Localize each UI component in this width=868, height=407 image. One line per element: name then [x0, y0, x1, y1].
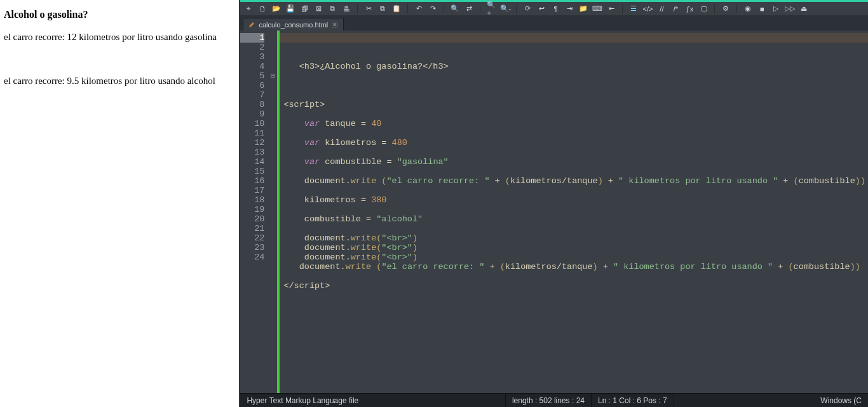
code-icon[interactable]: </> — [643, 4, 652, 13]
code-line[interactable] — [283, 81, 865, 90]
func-icon[interactable]: ƒx — [685, 4, 694, 13]
copy-icon[interactable]: ⧉ — [378, 4, 387, 13]
code-text[interactable]: <h3>¿Alcohol o gasolina?</h3><script> va… — [280, 31, 868, 393]
code-line[interactable]: </script> — [283, 281, 865, 291]
showall-icon[interactable]: ☰ — [629, 4, 638, 13]
replace-icon[interactable]: ⇄ — [465, 4, 473, 13]
new-icon[interactable]: 🗋 — [258, 4, 267, 13]
zoomin-icon[interactable]: 🔍+ — [487, 4, 496, 13]
code-line[interactable] — [283, 128, 865, 138]
code-line[interactable]: kilometros = 380 — [283, 195, 865, 205]
code-line[interactable]: document.write("<br>") — [283, 233, 865, 243]
code-line[interactable]: var combustible = "gasolina" — [283, 157, 865, 167]
code-line[interactable]: var tanque = 40 — [283, 119, 865, 128]
code-line[interactable] — [283, 205, 865, 214]
saveall-icon[interactable]: 🗐 — [300, 4, 309, 13]
code-line[interactable]: document.write ("el carro recorre: " + (… — [283, 262, 865, 272]
settings-icon[interactable]: ⚙ — [721, 4, 730, 13]
line-number-gutter: 123456789101112131415161718192021222324 — [240, 31, 268, 393]
current-line-highlight — [280, 33, 868, 43]
open-icon[interactable]: 📂 — [272, 4, 281, 13]
ff-icon[interactable]: ▷▷ — [785, 4, 794, 13]
tab-bar: calculo_consumo.html ✕ — [240, 15, 868, 31]
code-line[interactable]: document.write("<br>") — [283, 252, 865, 262]
code-area[interactable]: 123456789101112131415161718192021222324 … — [240, 31, 868, 393]
code-line[interactable] — [283, 90, 865, 100]
search-icon[interactable]: 🔍 — [451, 4, 459, 13]
editor-toolbar: ⌖🗋📂💾🗐⊠⧉🖶✂⧉📋↶↷🔍⇄🔍+🔍-⟳↩¶⇥📁⌨⇤☰</>///*ƒx🖵⚙◉■… — [240, 0, 868, 15]
play-icon[interactable]: ▷ — [771, 4, 780, 13]
code-line[interactable]: document.write ("el carro recorre: " + (… — [283, 176, 865, 186]
output-line-1: el carro recorre: 12 kilometros por litr… — [4, 32, 235, 43]
code-line[interactable]: <h3>¿Alcohol o gasolina?</h3> — [283, 62, 865, 71]
target-icon[interactable]: ⌖ — [244, 4, 253, 13]
indent-icon[interactable]: ⇥ — [565, 4, 574, 13]
status-bar: Hyper Text Markup Language file length :… — [240, 393, 868, 407]
code-line[interactable] — [283, 224, 865, 233]
code-line[interactable] — [283, 272, 865, 281]
paste-icon[interactable]: 📋 — [392, 4, 401, 13]
comment-icon[interactable]: // — [657, 4, 666, 13]
pencil-icon — [248, 22, 255, 28]
code-line[interactable]: <script> — [283, 100, 865, 109]
monitor-icon[interactable]: 🖵 — [699, 4, 708, 13]
editor-pane: ⌖🗋📂💾🗐⊠⧉🖶✂⧉📋↶↷🔍⇄🔍+🔍-⟳↩¶⇥📁⌨⇤☰</>///*ƒx🖵⚙◉■… — [240, 0, 868, 407]
output-line-2: el carro recorre: 9.5 kilometros por lit… — [4, 76, 235, 86]
save-icon[interactable]: 💾 — [286, 4, 295, 13]
print-icon[interactable]: 🖶 — [342, 4, 351, 13]
page-title: Alcohol o gasolina? — [4, 9, 235, 20]
invisible-icon[interactable]: ¶ — [551, 4, 560, 13]
record-icon[interactable]: ◉ — [743, 4, 752, 13]
fold-column: ⊟ — [268, 31, 277, 393]
close-icon[interactable]: ✕ — [332, 22, 338, 28]
browser-output-pane: Alcohol o gasolina? el carro recorre: 12… — [0, 0, 240, 407]
redo-icon[interactable]: ↷ — [428, 4, 437, 13]
status-length: length : 502 lines : 24 — [506, 394, 591, 407]
wrap-icon[interactable]: ↩ — [537, 4, 546, 13]
status-filetype: Hyper Text Markup Language file — [240, 394, 365, 407]
tab-filename: calculo_consumo.html — [259, 21, 328, 29]
lang-icon[interactable]: ⌨ — [593, 4, 602, 13]
stop-icon[interactable]: ■ — [757, 4, 766, 13]
undo-icon[interactable]: ↶ — [414, 4, 423, 13]
macro-icon[interactable]: ⏏ — [799, 4, 808, 13]
uncomment-icon[interactable]: /* — [671, 4, 680, 13]
code-line[interactable] — [283, 186, 865, 195]
zoomout-icon[interactable]: 🔍- — [501, 4, 510, 13]
closeall-icon[interactable]: ⧉ — [328, 4, 337, 13]
close-icon[interactable]: ⊠ — [314, 4, 323, 13]
code-line[interactable]: var kilometros = 480 — [283, 138, 865, 148]
folder-icon[interactable]: 📁 — [579, 4, 588, 13]
status-encoding: Windows (C — [814, 394, 868, 407]
status-position: Ln : 1 Col : 6 Pos : 7 — [592, 394, 674, 407]
outdent-icon[interactable]: ⇤ — [607, 4, 616, 13]
cut-icon[interactable]: ✂ — [364, 4, 373, 13]
code-line[interactable] — [283, 71, 865, 81]
sync-icon[interactable]: ⟳ — [523, 4, 532, 13]
code-line[interactable] — [283, 167, 865, 176]
code-line[interactable]: document.write("<br>") — [283, 243, 865, 252]
code-line[interactable] — [283, 109, 865, 119]
code-line[interactable] — [283, 148, 865, 157]
file-tab[interactable]: calculo_consumo.html ✕ — [243, 18, 344, 31]
code-line[interactable]: combustible = "alcohol" — [283, 214, 865, 224]
